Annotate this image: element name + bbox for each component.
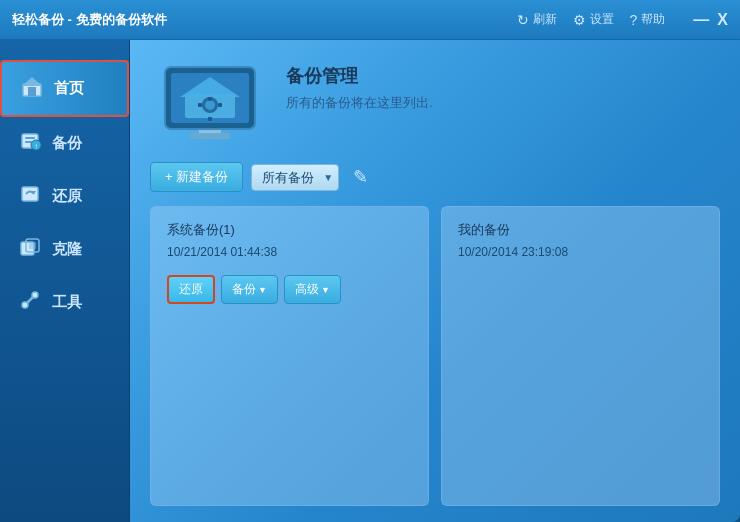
minimize-button[interactable]: —	[693, 11, 709, 29]
restore-label: 还原	[179, 281, 203, 298]
refresh-icon: ↻	[517, 12, 529, 28]
settings-label: 设置	[590, 11, 614, 28]
restore-icon	[16, 182, 44, 211]
svg-text:↑: ↑	[34, 142, 38, 151]
sidebar-label-home: 首页	[54, 79, 84, 98]
content-area: 备份管理 所有的备份将在这里列出. + 新建备份 所有备份 系统备份 文件备份 …	[130, 40, 740, 522]
restore-button[interactable]: 还原	[167, 275, 215, 304]
backup-card-2-title: 我的备份	[458, 221, 703, 239]
svg-rect-16	[190, 133, 230, 139]
svg-rect-23	[208, 97, 212, 101]
clone-icon	[16, 235, 44, 264]
sidebar-label-restore: 还原	[52, 187, 82, 206]
header-text: 备份管理 所有的备份将在这里列出.	[286, 56, 433, 112]
chevron-down-small-icon: ▼	[258, 285, 267, 295]
backup-type-select[interactable]: 所有备份 系统备份 文件备份	[251, 164, 339, 191]
window-controls: — X	[693, 11, 728, 29]
backup-cards: 系统备份(1) 10/21/2014 01:44:38 还原 备份 ▼ 高级 ▼	[150, 206, 720, 506]
help-label: 帮助	[641, 11, 665, 28]
backup-card-2-date: 10/20/2014 23:19:08	[458, 245, 703, 259]
refresh-label: 刷新	[533, 11, 557, 28]
svg-point-13	[22, 302, 28, 308]
export-icon: ✎	[353, 167, 368, 187]
svg-rect-4	[25, 137, 35, 139]
backup-action-label: 备份	[232, 281, 256, 298]
help-button[interactable]: ? 帮助	[630, 11, 666, 28]
sidebar-label-clone: 克隆	[52, 240, 82, 259]
select-wrapper: 所有备份 系统备份 文件备份 ▼	[251, 164, 339, 191]
sidebar-label-tools: 工具	[52, 293, 82, 312]
svg-rect-2	[28, 87, 36, 96]
content-subtitle: 所有的备份将在这里列出.	[286, 94, 433, 112]
sidebar-label-backup: 备份	[52, 134, 82, 153]
backup-card-2: 我的备份 10/20/2014 23:19:08	[441, 206, 720, 506]
close-button[interactable]: X	[717, 11, 728, 29]
help-icon: ?	[630, 12, 638, 28]
svg-rect-25	[218, 103, 222, 107]
toolbar: + 新建备份 所有备份 系统备份 文件备份 ▼ ✎	[150, 162, 720, 192]
svg-rect-5	[25, 141, 32, 143]
svg-rect-12	[29, 242, 36, 249]
svg-marker-1	[22, 77, 42, 86]
backup-action-button[interactable]: 备份 ▼	[221, 275, 278, 304]
sidebar: 首页 ↑ 备份 还原	[0, 40, 130, 522]
sidebar-item-home[interactable]: 首页	[0, 60, 129, 117]
backup-card-1: 系统备份(1) 10/21/2014 01:44:38 还原 备份 ▼ 高级 ▼	[150, 206, 429, 506]
backup-icon: ↑	[16, 129, 44, 158]
home-icon	[18, 74, 46, 103]
tools-icon	[16, 288, 44, 317]
advanced-label: 高级	[295, 281, 319, 298]
new-backup-button[interactable]: + 新建备份	[150, 162, 243, 192]
backup-card-1-actions: 还原 备份 ▼ 高级 ▼	[167, 275, 412, 304]
svg-point-14	[32, 292, 38, 298]
content-header: 备份管理 所有的备份将在这里列出.	[150, 56, 720, 146]
sidebar-item-tools[interactable]: 工具	[0, 276, 129, 329]
titlebar: 轻松备份 - 免费的备份软件 ↻ 刷新 ⚙ 设置 ? 帮助 — X	[0, 0, 740, 40]
titlebar-controls: ↻ 刷新 ⚙ 设置 ? 帮助 — X	[517, 11, 728, 29]
backup-card-1-date: 10/21/2014 01:44:38	[167, 245, 412, 259]
advanced-button[interactable]: 高级 ▼	[284, 275, 341, 304]
app-title: 轻松备份 - 免费的备份软件	[12, 11, 517, 29]
chevron-down-small-2-icon: ▼	[321, 285, 330, 295]
sidebar-item-restore[interactable]: 还原	[0, 170, 129, 223]
illustration	[150, 56, 270, 146]
svg-rect-26	[198, 103, 202, 107]
sidebar-item-clone[interactable]: 克隆	[0, 223, 129, 276]
gear-icon: ⚙	[573, 12, 586, 28]
content-title: 备份管理	[286, 64, 433, 88]
export-button[interactable]: ✎	[347, 162, 374, 192]
settings-button[interactable]: ⚙ 设置	[573, 11, 614, 28]
main-container: 首页 ↑ 备份 还原	[0, 40, 740, 522]
svg-point-22	[205, 100, 215, 110]
backup-card-1-title: 系统备份(1)	[167, 221, 412, 239]
svg-rect-24	[208, 117, 212, 121]
refresh-button[interactable]: ↻ 刷新	[517, 11, 557, 28]
sidebar-item-backup[interactable]: ↑ 备份	[0, 117, 129, 170]
svg-rect-8	[22, 187, 38, 201]
